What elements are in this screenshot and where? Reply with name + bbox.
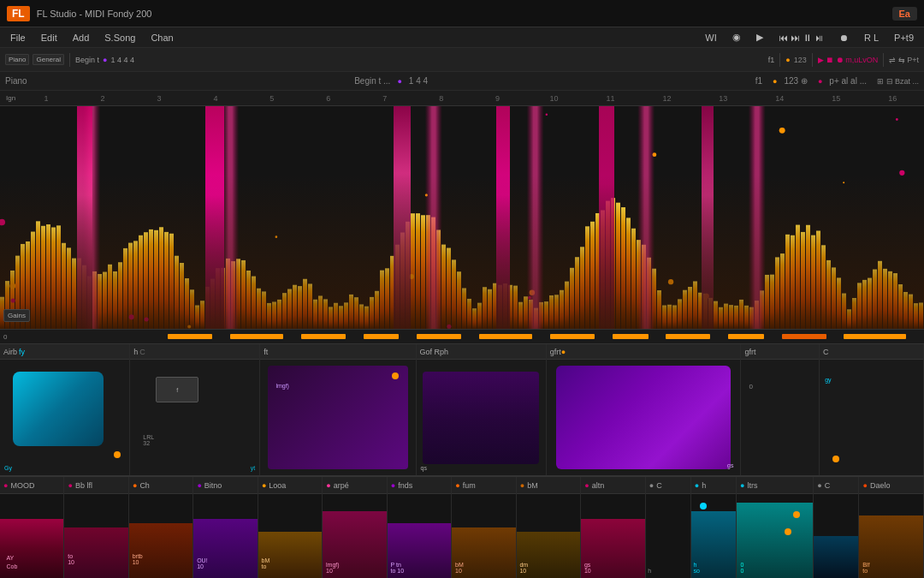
menu-tools[interactable]: ▶ [749, 30, 770, 45]
sub-dot-orange: ● [773, 77, 777, 86]
pt-body-altn: gs10 [581, 494, 644, 578]
inst-note-1: Gy [4, 465, 12, 471]
piano-track-header-altn: ● altn [581, 477, 644, 494]
inst-dot-5: ● [561, 348, 566, 356]
pt-dot-cyan1: ● [695, 481, 699, 490]
inst-body-6: 0 [741, 360, 819, 475]
sub-grid: ⊞ ⊟ Bzat ... [877, 77, 919, 86]
ruler-mark-4: 4 [187, 94, 244, 103]
pt-text-bb: to10 [68, 553, 74, 565]
ruler-mark-11: 11 [583, 94, 639, 103]
ruler-mark-5: 5 [244, 94, 300, 103]
menu-bpm[interactable]: WI [698, 31, 723, 45]
pt-dot-bm: ● [520, 481, 524, 490]
pt-label-fum: fum [463, 481, 476, 490]
sub-label-piano: Piano [5, 76, 27, 86]
pt-text-fnds: P tnto 10 [391, 562, 405, 574]
pt-dot-fum: ● [455, 481, 459, 490]
pt-text-cyan-big: 00 [740, 562, 743, 574]
bottom-section: Airb fy Gy h C f LRL32 yt [0, 344, 924, 475]
pt-dot-bb: ● [68, 481, 72, 490]
toolbar-time: f1 [768, 56, 775, 64]
inst-header-6: gfrt [741, 344, 819, 360]
ruler-mark-2: 2 [74, 94, 131, 103]
instrument-panel-6: gfrt 0 [741, 344, 820, 475]
menu-view[interactable]: Chan [144, 31, 180, 45]
piano-track-header-cyan1: ● h [691, 477, 736, 494]
piano-track-daelo: ● Daelo Blfto [859, 477, 923, 578]
piano-track-bm: ● bM dm10 [517, 477, 581, 578]
sub-dot-pink: ● [818, 77, 822, 86]
orange-seg-5 [417, 334, 461, 339]
piano-track-header-bb: ● Bb lfl [64, 477, 127, 494]
pt-fill-ch [129, 523, 192, 578]
toolbar-bars: 1 4 4 4 [110, 56, 134, 64]
pt-label-looa: Looa [269, 481, 286, 490]
pt-label-bm: bM [527, 481, 538, 490]
menu-extras[interactable]: R L [857, 31, 886, 45]
inst-control-2: f [156, 377, 198, 402]
cyan-blob-1 [13, 372, 104, 447]
ruler-mark-13: 13 [695, 94, 751, 103]
pt-fill-c2 [814, 536, 858, 578]
piano-track-header-fum: ● fum [452, 477, 515, 494]
app-logo: FL [7, 6, 30, 21]
menu-pattern[interactable]: P+t9 [887, 31, 921, 45]
menu-patterns[interactable]: S.Song [98, 31, 142, 45]
timeline-area: Ign 1 2 3 4 5 6 7 8 9 10 11 12 13 14 15 … [0, 91, 924, 578]
inst-text-7: gy [825, 377, 831, 383]
toolbar-label-general: General [33, 54, 63, 65]
inst-detail-2: C [139, 348, 145, 356]
inst-label-3: ft [264, 348, 268, 356]
piano-track-altn: ● altn gs10 [581, 477, 645, 578]
piano-track-mood: ● MOOD AY Cob [0, 477, 64, 578]
orange-seg-2 [230, 334, 283, 339]
menu-record[interactable]: ⏺ [832, 31, 856, 45]
pt-text-arpe: lmgf)10 [326, 562, 340, 574]
title-bar: FL FL Studio - MIDI Fondy 200 Ea [0, 0, 924, 27]
orange-seg-8 [613, 334, 649, 339]
piano-track-header-fnds: ● fnds [388, 477, 451, 494]
sub-dot-purple: ● [397, 77, 401, 86]
instrument-panel-1: Airb fy Gy [0, 344, 130, 475]
menu-options[interactable]: ◉ [726, 30, 748, 45]
orange-seg-4 [364, 334, 400, 339]
pt-label-ch: Ch [139, 481, 150, 490]
toolbar-play[interactable]: ▶ ⏹ ⏺ m,uLvON [818, 56, 879, 64]
pt-dot-looa: ● [262, 481, 266, 490]
pt-dot-cyan-big: ● [740, 481, 744, 490]
waveform-info-box: Gains [3, 309, 30, 322]
pt-label-c1: C [656, 481, 662, 490]
app-badge: Ea [892, 7, 917, 21]
ruler-left-label: Ign [3, 93, 18, 103]
pt-dot-c1: ● [649, 481, 654, 490]
sub-bar: 1 4 4 [409, 76, 428, 86]
piano-track-header-bitno: ● Bitno [193, 477, 257, 494]
piano-track-header-ch: ● Ch [129, 477, 192, 494]
toolbar: Piano General Begin t ● 1 4 4 4 f1 ● 123… [0, 48, 924, 72]
menu-edit[interactable]: Edit [34, 31, 64, 45]
ruler-mark-9: 9 [470, 94, 526, 103]
pt-label-c2: C [825, 481, 831, 490]
piano-track-header-bm: ● bM [517, 477, 580, 494]
inst-body-7: gy [820, 360, 923, 475]
inst-header-4: Gof Rph [417, 344, 546, 360]
menu-file[interactable]: File [3, 31, 33, 45]
pt-text-altn: gs10 [584, 562, 591, 574]
menu-transport[interactable]: ⏮ ⏭ ⏸ ⏯ [772, 31, 831, 45]
waveform-bg-glow [0, 175, 924, 329]
instrument-panel-7: C gy [820, 344, 924, 475]
orange-seg-10 [728, 334, 764, 339]
pt-body-fum: bM10 [452, 494, 515, 578]
pt-text-bm: dm10 [519, 562, 528, 574]
orange-seg-11 [782, 334, 826, 339]
ruler-mark-1: 1 [18, 94, 74, 103]
pt-text-ch: brtb10 [133, 553, 143, 565]
inst-text-5: gs [727, 462, 733, 468]
inst-label-5: gfrt [550, 348, 561, 356]
menu-add[interactable]: Add [66, 31, 97, 45]
toolbar-label-piano: Piano [5, 54, 29, 65]
piano-track-fum: ● fum bM10 [452, 477, 516, 578]
pt-text-fum: bM10 [455, 562, 464, 574]
inst-label-7: C [823, 348, 829, 356]
